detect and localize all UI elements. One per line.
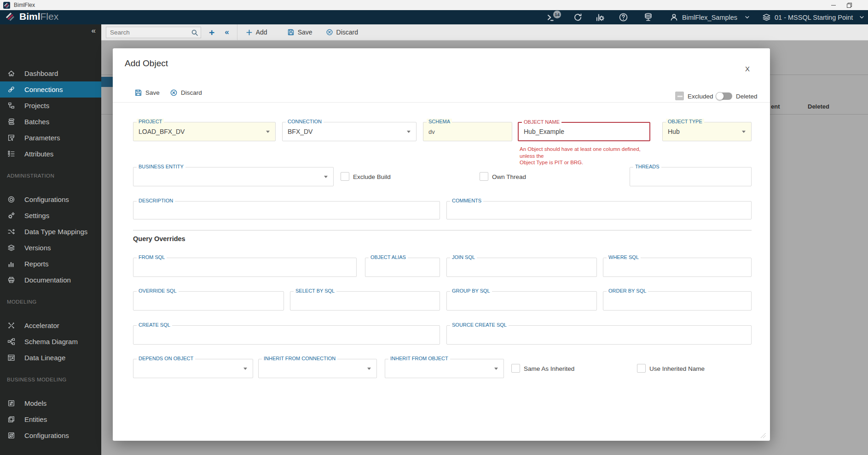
chevron-down-icon — [266, 131, 270, 133]
server-icon[interactable] — [643, 12, 653, 22]
sidebar-item-configurations[interactable]: Configurations — [0, 191, 101, 207]
business-entity-select[interactable]: BUSINESS ENTITY — [133, 167, 334, 186]
section-divider — [133, 230, 752, 230]
sidebar-item-label: Documentation — [24, 276, 71, 284]
sidebar-section-modeling: MODELING — [0, 298, 101, 305]
project-select[interactable]: PROJECT LOAD_BFX_DV — [133, 122, 276, 141]
sidebar-item-versions[interactable]: Versions — [0, 240, 101, 256]
discard-button-label: Discard — [336, 29, 358, 36]
resize-handle-icon[interactable] — [760, 432, 766, 438]
sidebar-item-schema-diagram[interactable]: Schema Diagram — [0, 334, 101, 350]
override-sql-input[interactable] — [133, 292, 284, 310]
sidebar-section-business-modeling: BUSINESS MODELING — [0, 376, 101, 383]
add-button[interactable]: Add — [246, 29, 267, 36]
add-button-label: Add — [256, 29, 267, 36]
from-sql-input[interactable] — [133, 258, 356, 276]
modal-close-button[interactable]: X — [743, 63, 752, 75]
sidebar-item-projects[interactable]: Projects — [0, 98, 101, 114]
discard-button[interactable]: Discard — [326, 29, 358, 36]
help-icon[interactable] — [619, 12, 628, 22]
sidebar-item-data-lineage[interactable]: Data Lineage — [0, 350, 101, 366]
home-icon — [7, 69, 16, 77]
refresh-icon[interactable] — [573, 12, 583, 22]
printer-icon — [7, 276, 16, 284]
object-name-input[interactable] — [519, 123, 649, 140]
collapse-panel-icon[interactable]: « — [225, 28, 229, 37]
chevron-down-icon — [367, 368, 371, 370]
environment-menu[interactable]: 01 - MSSQL Starting Point — [762, 10, 864, 24]
sidebar-item-settings[interactable]: Settings — [0, 207, 101, 224]
use-inherited-name-checkbox[interactable] — [637, 364, 646, 373]
sidebar: « Dashboard Connections Projects Batches… — [0, 24, 101, 455]
where-sql-input[interactable] — [603, 258, 751, 276]
add-row-icon[interactable]: + — [209, 28, 214, 37]
source-create-sql-input[interactable] — [447, 326, 751, 344]
sidebar-item-business-configurations[interactable]: Configurations — [0, 427, 101, 443]
sidebar-item-entities[interactable]: Entities — [0, 411, 101, 427]
excluded-checkbox[interactable] — [675, 92, 684, 100]
comments-input[interactable] — [447, 202, 751, 219]
sidebar-item-dashboard[interactable]: Dashboard — [0, 65, 101, 81]
account-menu[interactable]: BimlFlex_Samples — [670, 10, 750, 24]
join-sql-input[interactable] — [447, 258, 596, 276]
minimize-button[interactable] — [826, 0, 841, 10]
build-report-icon[interactable] — [595, 12, 605, 22]
modal-save-button[interactable]: Save — [134, 89, 160, 97]
chevron-down-icon — [859, 15, 864, 20]
sidebar-section-administration: ADMINISTRATION — [0, 172, 101, 179]
search-box — [106, 27, 201, 38]
object-alias-input[interactable] — [365, 258, 440, 276]
threads-input[interactable] — [630, 167, 751, 186]
search-icon[interactable] — [191, 29, 198, 36]
sidebar-item-connections[interactable]: Connections — [0, 81, 101, 98]
create-sql-field: CREATE SQL — [133, 325, 440, 345]
sidebar-item-reports[interactable]: Reports — [0, 256, 101, 272]
inherit-from-connection-select[interactable]: INHERIT FROM CONNECTION — [258, 359, 377, 378]
group-by-sql-input[interactable] — [447, 292, 596, 310]
select-by-sql-input[interactable] — [290, 292, 440, 310]
sidebar-item-parameters[interactable]: Parameters — [0, 130, 101, 146]
sidebar-collapse-icon[interactable]: « — [92, 26, 96, 35]
create-sql-input[interactable] — [133, 326, 440, 344]
depends-on-object-select[interactable]: DEPENDS ON OBJECT — [133, 359, 253, 378]
deleted-label: Deleted — [736, 93, 758, 100]
modal-save-label: Save — [145, 89, 160, 96]
select-by-sql-field: SELECT BY SQL — [290, 291, 440, 311]
connection-value: BFX_DV — [288, 122, 312, 141]
add-object-modal: Add Object X Save Discard Excluded Delet… — [113, 48, 770, 441]
same-as-inherited-label: Same As Inherited — [524, 365, 574, 372]
sidebar-item-label: Accelerator — [24, 322, 59, 329]
sidebar-item-batches[interactable]: Batches — [0, 114, 101, 130]
toolbar-divider — [237, 24, 237, 40]
description-input[interactable] — [133, 202, 440, 219]
project-tree-icon — [7, 102, 16, 109]
save-button[interactable]: Save — [287, 29, 312, 36]
excluded-label: Excluded — [688, 93, 713, 100]
object-type-select[interactable]: OBJECT TYPE Hub — [662, 122, 752, 141]
shuffle-icon — [7, 228, 16, 236]
order-by-sql-input[interactable] — [603, 292, 751, 310]
same-as-inherited-checkbox[interactable] — [511, 364, 520, 373]
sidebar-item-accelerator[interactable]: Accelerator — [0, 317, 101, 334]
terminal-icon[interactable]: 14 — [547, 13, 556, 22]
inherit-from-object-select[interactable]: INHERIT FROM OBJECT — [385, 359, 504, 378]
sidebar-item-attributes[interactable]: Attributes — [0, 146, 101, 162]
chevron-down-icon — [243, 368, 247, 370]
search-input[interactable] — [106, 27, 201, 38]
source-create-sql-field: SOURCE CREATE SQL — [446, 325, 752, 345]
sidebar-item-data-type-mappings[interactable]: Data Type Mappings — [0, 224, 101, 240]
sidebar-item-models[interactable]: Models — [0, 395, 101, 411]
own-thread-checkbox[interactable] — [480, 172, 488, 181]
schema-input[interactable] — [423, 122, 512, 141]
restore-button[interactable] — [841, 0, 857, 10]
connection-select[interactable]: CONNECTION BFX_DV — [282, 122, 417, 141]
sidebar-item-documentation[interactable]: Documentation — [0, 272, 101, 288]
sidebar-item-label: Entities — [24, 415, 47, 423]
deleted-toggle[interactable] — [717, 92, 732, 100]
query-overrides-heading: Query Overrides — [133, 235, 185, 242]
modal-discard-button[interactable]: Discard — [170, 89, 202, 97]
bimlflex-logo-icon — [5, 11, 16, 22]
discard-icon — [326, 29, 333, 36]
exclude-build-checkbox[interactable] — [341, 172, 349, 181]
chevron-down-icon — [742, 131, 746, 133]
